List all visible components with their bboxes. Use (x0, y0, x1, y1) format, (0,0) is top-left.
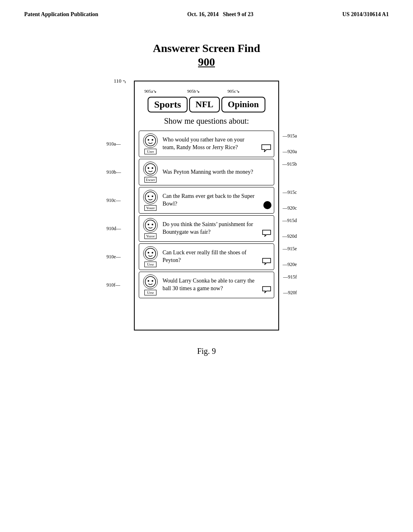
svg-point-13 (148, 252, 149, 254)
avatar-name-910d: Yuzor (144, 233, 156, 239)
svg-point-4 (148, 167, 149, 169)
avatar-name-910c: Youzr (144, 205, 156, 211)
tag-annotations: 905a↘ 905b↘ 905c↘ (139, 86, 274, 97)
question-text-910a: Who would you rather have on your team, … (163, 133, 258, 154)
question-row-wrapper-910a: 910a— —915a —920a Uzer (139, 131, 274, 157)
avatar-face-910e (143, 246, 158, 261)
avatar-name-910b: Ewser (144, 177, 156, 183)
svg-point-2 (152, 139, 153, 141)
tag-905b-label: 905b↘ (187, 89, 200, 94)
phone-label: 110 ⌍ (114, 77, 128, 84)
question-row-wrapper-910c: 910c— —915c —920c Youzr (139, 187, 274, 214)
label-910e: 910e— (106, 254, 121, 260)
label-915f: —915f (283, 274, 297, 280)
tags-row: Sports NFL Opinion (139, 97, 274, 112)
svg-point-5 (152, 167, 153, 169)
question-row-910f[interactable]: Uesr Would Larry Csonka be able to carry… (139, 272, 274, 298)
label-910f: 910f— (106, 282, 120, 288)
label-915d: —915d (282, 218, 297, 224)
label-915b: —915b (282, 161, 297, 167)
tag-nfl[interactable]: NFL (189, 97, 220, 112)
label-920f: —920f (283, 290, 297, 296)
svg-point-1 (148, 139, 149, 141)
question-text-910d: Do you think the Saints’ punishment for … (163, 218, 259, 239)
svg-point-3 (145, 164, 156, 174)
main-content: Answerer Screen Find 900 110 ⌍ 905a↘ 905… (0, 18, 413, 356)
label-910d: 910d— (106, 226, 121, 232)
avatar-name-910e: Uesr (144, 262, 156, 267)
avatar-910a: Uzer (142, 133, 159, 154)
svg-point-0 (145, 135, 156, 146)
phone-screen: 905a↘ 905b↘ 905c↘ Sports NFL Opinion Sho… (134, 81, 279, 330)
header-left: Patent Application Publication (24, 11, 98, 18)
question-row-wrapper-910f: 910f— —915f —920f Uesr (139, 272, 274, 298)
diagram-title: Answerer Screen Find (153, 42, 260, 55)
question-icon-910f (262, 274, 271, 295)
question-row-wrapper-910b: 910b— —915b Ewser (139, 159, 274, 185)
avatar-910c: Youzr (142, 190, 159, 211)
avatar-name-910f: Uesr (144, 290, 156, 295)
avatar-face-910b (143, 162, 158, 176)
header-center: Oct. 16, 2014 Sheet 9 of 23 (187, 11, 253, 18)
label-910b: 910b— (106, 169, 121, 175)
avatar-face-910d (143, 218, 158, 233)
avatar-910b: Ewser (142, 162, 159, 183)
avatar-name-910a: Uzer (144, 149, 156, 154)
patent-header: Patent Application Publication Oct. 16, … (0, 0, 413, 18)
question-row-910c[interactable]: Youzr Can the Rams ever get back to the … (139, 187, 274, 214)
phone-wrapper: 110 ⌍ 905a↘ 905b↘ 905c↘ Sports NFL Opini… (134, 81, 279, 330)
question-row-910d[interactable]: Yuzor Do you think the Saints’ punishmen… (139, 215, 274, 242)
tag-sports[interactable]: Sports (148, 97, 188, 112)
question-text-910b: Was Peyton Manning worth the money? (163, 162, 271, 183)
question-text-910e: Can Luck ever really fill the shoes of P… (163, 246, 259, 267)
question-row-wrapper-910d: 910d— —915d —920d Yuzor (139, 215, 274, 242)
question-text-910f: Would Larry Csonka be able to carry the … (163, 274, 259, 295)
svg-point-15 (145, 276, 156, 287)
svg-point-10 (148, 224, 149, 225)
question-icon-910e (262, 246, 271, 267)
label-915c: —915c (283, 189, 297, 195)
fig-label: Fig. 9 (197, 347, 216, 356)
label-920a: —920a (283, 149, 297, 155)
svg-point-17 (152, 280, 153, 282)
label-920c: —920c (283, 205, 297, 211)
label-920e: —920e (283, 262, 297, 268)
label-920d: —920d (282, 233, 297, 239)
question-row-910e[interactable]: Uesr Can Luck ever really fill the shoes… (139, 243, 274, 270)
label-915a: —915a (283, 133, 297, 139)
svg-point-12 (145, 248, 156, 259)
svg-point-11 (152, 224, 153, 225)
tag-905a-label: 905a↘ (144, 89, 156, 94)
avatar-910d: Yuzor (142, 218, 159, 239)
avatar-face-910a (143, 133, 158, 148)
question-icon-910a (261, 133, 271, 154)
header-right: US 2014/310614 A1 (342, 11, 389, 18)
avatar-910f: Uesr (142, 274, 159, 295)
question-row-910a[interactable]: Uzer Who would you rather have on your t… (139, 131, 274, 157)
show-me-text: Show me questions about: (139, 116, 274, 126)
tag-opinion[interactable]: Opinion (221, 97, 265, 112)
avatar-face-910c (143, 190, 158, 204)
question-text-910c: Can the Rams ever get back to the Super … (163, 190, 260, 211)
tag-905c-label: 905c↘ (227, 89, 240, 94)
question-icon-910d (262, 218, 271, 239)
diagram-subtitle: 900 (198, 56, 215, 69)
label-910c: 910c— (106, 197, 121, 204)
question-row-wrapper-910e: 910e— —915e —920e Uesr (139, 243, 274, 270)
avatar-face-910f (143, 274, 158, 289)
question-icon-910c (263, 190, 271, 211)
svg-point-7 (148, 195, 149, 197)
svg-point-16 (148, 280, 149, 282)
label-910a: 910a— (106, 141, 121, 147)
svg-point-9 (145, 220, 156, 231)
label-915e: —915e (283, 246, 297, 252)
svg-point-8 (152, 195, 153, 197)
svg-point-14 (152, 252, 153, 254)
question-row-910b[interactable]: Ewser Was Peyton Manning worth the money… (139, 159, 274, 185)
avatar-910e: Uesr (142, 246, 159, 267)
svg-point-6 (145, 192, 156, 202)
